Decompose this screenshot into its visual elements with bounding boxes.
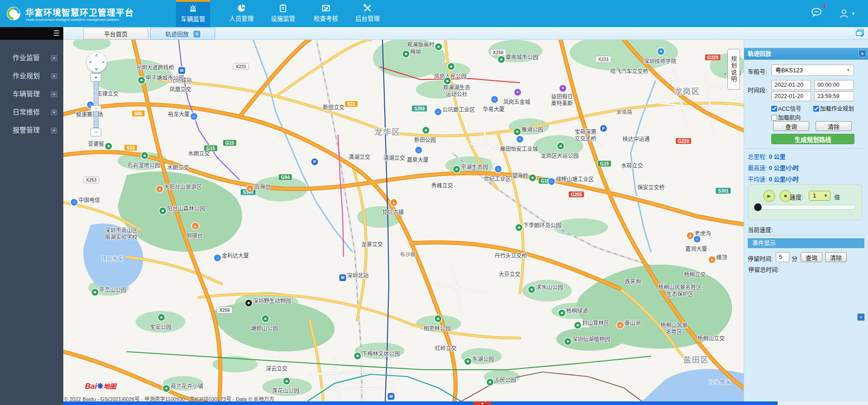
sc-poi-icon: ▲ bbox=[246, 185, 253, 192]
road-shield: S33 bbox=[124, 145, 137, 151]
window-arrange-button[interactable] bbox=[854, 28, 866, 39]
pan-down-icon[interactable]: v bbox=[95, 66, 98, 71]
map-label: ♣章阁城市公园 bbox=[497, 53, 538, 63]
bld-poi-icon: ⌂ bbox=[191, 113, 198, 120]
nav-item-tools[interactable]: 后台管理 bbox=[350, 0, 385, 27]
checkbox-input[interactable] bbox=[771, 115, 777, 121]
stay-query-button[interactable]: 查询 bbox=[801, 252, 822, 262]
map-label: ▲甘坑古镇 bbox=[382, 208, 404, 216]
expand-plus-icon[interactable]: + bbox=[51, 109, 57, 115]
messages-button[interactable]: 1 bbox=[811, 7, 822, 20]
map-label: 梧桐山立交 bbox=[698, 334, 725, 342]
checkbox-input[interactable] bbox=[813, 106, 819, 112]
user-menu-button[interactable]: ▼ bbox=[839, 8, 855, 19]
park-poi-icon: ♣ bbox=[283, 378, 290, 385]
pan-left-icon[interactable]: < bbox=[89, 59, 92, 65]
expand-plus-icon[interactable]: + bbox=[51, 55, 57, 61]
map-label: ▲大阳台山旅游区 bbox=[155, 183, 202, 193]
map-label: ♣雁湖公园 bbox=[513, 125, 543, 135]
checkbox-input[interactable] bbox=[771, 106, 777, 112]
stay-clear-button[interactable]: 清除 bbox=[825, 252, 847, 262]
start-time-input[interactable] bbox=[814, 80, 854, 90]
nav-item-siren[interactable]: 车辆监管 bbox=[176, 0, 210, 27]
clear-button[interactable]: 清除 bbox=[816, 121, 852, 131]
park-poi-icon: ♣ bbox=[557, 143, 564, 150]
bld-poi-icon: ⌂ bbox=[495, 166, 501, 173]
expand-plus-icon[interactable]: + bbox=[51, 91, 57, 97]
stat-line: 最高速:0 公里/小时 bbox=[748, 162, 799, 174]
vehicle-select[interactable]: 粤BKS123 ▼ bbox=[771, 65, 854, 76]
park-poi-icon: ♣ bbox=[434, 316, 441, 322]
map-label: 大芬立交 bbox=[499, 270, 520, 278]
sidebar-item[interactable]: 作业规划+ bbox=[0, 67, 63, 85]
query-button[interactable]: 查询 bbox=[773, 121, 809, 131]
nav-item-mail[interactable]: 检查考核 bbox=[309, 0, 343, 27]
map-label: 保安立交桥 bbox=[637, 183, 665, 191]
map-label: ⌂嘉润大厦 bbox=[685, 245, 707, 252]
map-label: ⌂排榜山塘工业区 bbox=[547, 175, 594, 185]
close-icon[interactable]: ✕ bbox=[193, 31, 200, 38]
map-label-text: 清湖立交 bbox=[349, 154, 370, 160]
panel-expand-button[interactable]: « bbox=[857, 313, 865, 321]
map-label-text: 凤岗五金城 bbox=[503, 99, 530, 105]
park-poi-icon: ♣ bbox=[514, 128, 520, 135]
sidebar-item[interactable]: 报警管理+ bbox=[0, 121, 63, 139]
sidebar-item[interactable]: 车辆管理+ bbox=[0, 85, 63, 103]
checkbox-ACC信号[interactable]: ACC信号 bbox=[771, 104, 801, 113]
expand-plus-icon[interactable]: + bbox=[51, 127, 57, 133]
road-shield: X256 bbox=[217, 307, 232, 314]
pan-up-icon[interactable]: ^ bbox=[95, 53, 98, 59]
park-poi-icon: ♣ bbox=[159, 207, 166, 214]
message-bubble-icon bbox=[811, 7, 822, 18]
tab-active[interactable]: 轨迹回放✕ bbox=[150, 28, 215, 40]
app-subtitle: Huafu environment intelligent sanitation… bbox=[26, 18, 119, 22]
zoom-in-button[interactable]: + bbox=[90, 73, 101, 82]
road-shield: S359 bbox=[411, 105, 427, 112]
sc-poi-icon: ▲ bbox=[390, 199, 397, 206]
tab-inactive[interactable]: 平台首页 bbox=[83, 28, 148, 40]
map-label-text: 阳台山森林公园 bbox=[167, 206, 205, 212]
baidu-map-word: 地图 bbox=[104, 383, 116, 390]
stay-time-input[interactable] bbox=[776, 252, 789, 262]
sidebar-top-strip: ☰ bbox=[0, 27, 63, 40]
park-poi-icon: ♣ bbox=[448, 63, 454, 70]
map-canvas[interactable]: 光明大道跨线桥♣梅坳♣章阁城市公园观澜版画村♣哈飞汽车立交桥✦深圳技师学院♣凤岗… bbox=[63, 40, 744, 401]
playback-slider-knob[interactable] bbox=[754, 203, 762, 211]
map-label: ♣封山育林区 bbox=[573, 319, 609, 329]
panel-collapse-button[interactable]: » bbox=[859, 50, 866, 57]
plan-note-toggle[interactable]: 规划说明 bbox=[727, 49, 740, 89]
map-label: 盐田区 bbox=[684, 353, 709, 365]
bottom-panel-toggle[interactable]: ▲ bbox=[474, 401, 491, 405]
baidu-logo[interactable]: Bai❋地图 bbox=[85, 381, 116, 391]
pan-right-icon[interactable]: > bbox=[102, 59, 104, 65]
map-poi-icon: P bbox=[599, 123, 608, 132]
expand-plus-icon[interactable]: + bbox=[51, 73, 57, 79]
map-label-text: 大芬立交 bbox=[499, 271, 520, 278]
sidebar-item[interactable]: 作业监管+ bbox=[0, 49, 63, 67]
map-label: 沙头角海 bbox=[709, 378, 731, 386]
start-date-input[interactable] bbox=[771, 80, 811, 90]
playback-slider[interactable] bbox=[755, 205, 856, 210]
sidebar-item[interactable]: 日常维修+ bbox=[0, 103, 63, 121]
nav-item-pie[interactable]: 人员管理 bbox=[224, 0, 259, 27]
zoom-slider-track[interactable] bbox=[94, 82, 99, 128]
hamburger-menu-icon[interactable]: ☰ bbox=[53, 29, 60, 38]
end-date-input[interactable] bbox=[771, 91, 811, 101]
map-label: ♣求水山公园 bbox=[527, 283, 563, 293]
play-button[interactable]: ▶ bbox=[763, 190, 775, 202]
zoom-out-button[interactable]: − bbox=[90, 128, 101, 137]
checkbox-加载作业规划[interactable]: 加载作业规划 bbox=[813, 104, 854, 113]
checkbox-加载航向[interactable]: 加载航向 bbox=[771, 113, 801, 122]
zoom-slider-handle[interactable]: − bbox=[90, 105, 101, 112]
nav-item-clipboard[interactable]: 设施监管 bbox=[266, 0, 300, 27]
time-range-label: 时间段: bbox=[748, 85, 767, 94]
map-pan-control[interactable]: ^ v < > bbox=[87, 52, 107, 72]
map-label-text: 龙岗区大运公园 bbox=[541, 153, 579, 159]
end-time-input[interactable] bbox=[814, 91, 854, 101]
vehicle-select-value: 粤BKS123 bbox=[775, 67, 803, 74]
generate-route-button[interactable]: 生成规划路线 bbox=[771, 134, 854, 144]
map-label-text: 新田立交 bbox=[323, 104, 344, 111]
map-label: ♣甲子塘城市公园 bbox=[137, 74, 184, 84]
map-label: ♣下李朗环岛公园 bbox=[514, 221, 561, 231]
speed-select[interactable]: 1 ▼ bbox=[809, 191, 830, 201]
